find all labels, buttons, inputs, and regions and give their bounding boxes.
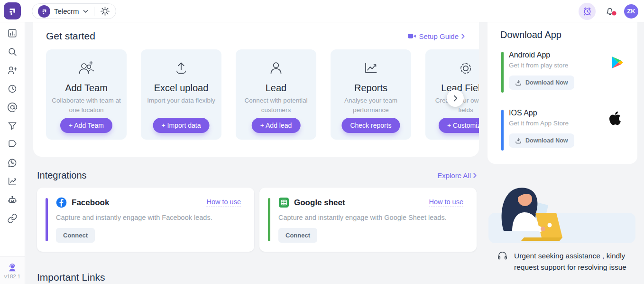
gear-icon <box>456 59 476 78</box>
mention-icon <box>7 102 18 113</box>
upload-icon <box>171 59 191 78</box>
support-agent-icon <box>7 262 18 273</box>
chevron-right-icon <box>473 173 477 178</box>
search-icon <box>7 47 18 57</box>
sidebar-item-history[interactable] <box>7 83 18 94</box>
facebook-integration-card: Facebook How to use Capture and instantl… <box>37 188 254 252</box>
sidebar-item-whatsapp[interactable] <box>7 157 18 168</box>
download-icon <box>515 79 522 86</box>
topbar: Telecrm ZK <box>0 0 644 22</box>
team-icon <box>76 59 96 78</box>
ios-download-button[interactable]: Download Now <box>509 133 574 148</box>
apple-icon <box>606 108 624 129</box>
facebook-connect-button[interactable]: Connect <box>56 228 95 243</box>
sidebar-item-links[interactable] <box>7 213 18 224</box>
support-agent-button[interactable] <box>7 262 18 273</box>
sidebar-item-dashboard[interactable] <box>7 28 18 38</box>
chevron-right-icon <box>453 95 458 102</box>
get-started-cards: Add Team Collaborate with team at one lo… <box>33 49 479 140</box>
import-data-button[interactable]: + Import data <box>153 118 210 133</box>
card-add-team: Add Team Collaborate with team at one lo… <box>46 49 127 140</box>
google-play-icon <box>610 55 625 70</box>
google-sheet-connect-button[interactable]: Connect <box>278 228 317 243</box>
explore-all-link[interactable]: Explore All <box>437 171 477 180</box>
android-download-button[interactable]: Download Now <box>509 76 574 90</box>
alarm-clock-icon <box>582 6 592 16</box>
card-title: Excel upload <box>141 83 221 94</box>
card-description: Import your data flexibly <box>147 96 216 105</box>
line-chart-icon <box>361 59 381 78</box>
check-reports-button[interactable]: Check reports <box>341 118 400 133</box>
card-title: Lead <box>236 83 316 94</box>
sidebar-item-reports[interactable] <box>7 176 18 187</box>
sidebar: v182.1 <box>0 22 25 284</box>
workspace-switcher[interactable]: Telecrm <box>32 3 116 19</box>
important-links-title: Important Links <box>37 272 105 283</box>
android-app-row: Android App Get it from play store Downl… <box>501 51 628 94</box>
add-team-button[interactable]: + Add Team <box>60 118 112 133</box>
sidebar-item-search[interactable] <box>7 46 18 57</box>
setup-guide-link[interactable]: Setup Guide <box>407 32 465 40</box>
dashboard-icon <box>7 28 18 38</box>
notifications-button[interactable] <box>604 5 616 18</box>
workspace-logo-icon <box>38 5 50 18</box>
settings-gear-icon[interactable] <box>100 6 110 16</box>
sidebar-item-automation[interactable] <box>7 194 18 205</box>
telecrm-dashboard: Telecrm ZK <box>0 0 644 284</box>
support-illustration <box>488 175 638 244</box>
download-icon <box>515 137 522 144</box>
topbar-actions: ZK <box>579 0 638 22</box>
integration-cards: Facebook How to use Capture and instantl… <box>37 188 477 252</box>
card-excel-upload: Excel upload Import your data flexibly +… <box>141 49 221 140</box>
app-version: v182.1 <box>4 274 21 279</box>
sidebar-item-mentions[interactable] <box>7 102 18 113</box>
card-title: Add Team <box>46 83 127 94</box>
google-sheet-integration-card: Google sheet How to use Capture and inst… <box>259 188 477 252</box>
customize-button[interactable]: + Customize <box>439 118 479 133</box>
sidebar-item-filter[interactable] <box>7 120 18 131</box>
add-user-icon <box>7 65 18 76</box>
how-to-use-link[interactable]: How to use <box>429 198 463 207</box>
add-lead-button[interactable]: + Add lead <box>252 118 301 133</box>
download-app-panel: Download App Android App Get it from pla… <box>488 22 637 164</box>
person-icon <box>266 59 286 78</box>
carousel-next-button[interactable] <box>447 90 464 107</box>
card-description: Analyse your team performance <box>336 96 405 114</box>
card-description: Connect with potential customers <box>241 96 311 114</box>
google-sheets-icon <box>278 197 289 208</box>
card-title: Reports <box>331 83 411 94</box>
accent-bar <box>46 198 48 241</box>
links-icon <box>7 213 18 224</box>
history-clock-icon <box>7 84 18 94</box>
whatsapp-icon <box>7 158 18 168</box>
trends-icon <box>7 176 18 187</box>
support-chat-widget[interactable]: Urgent seeking assistance , kindly reque… <box>488 175 638 273</box>
telecrm-logo <box>4 2 21 19</box>
ios-app-row: IOS App Get it from App Store Download N… <box>501 109 628 151</box>
bot-icon <box>7 195 18 205</box>
sidebar-item-add-user[interactable] <box>7 65 18 76</box>
chevron-down-icon <box>83 9 88 13</box>
sidebar-footer: v182.1 <box>0 256 25 284</box>
tag-icon <box>7 139 18 150</box>
integration-name: Google sheet <box>294 198 345 208</box>
integrations-header: Integrations Explore All <box>37 170 477 181</box>
how-to-use-link[interactable]: How to use <box>206 198 241 207</box>
alarm-reminder-button[interactable] <box>579 3 596 20</box>
integrations-title: Integrations <box>37 170 87 181</box>
accent-bar <box>268 198 270 241</box>
get-started-panel: Get started Setup Guide Add Team Collabo… <box>33 22 479 157</box>
accent-bar <box>501 110 504 151</box>
headphones-icon <box>497 250 508 261</box>
user-avatar[interactable]: ZK <box>624 4 638 19</box>
telecrm-logo-glyph <box>7 6 18 16</box>
filter-icon <box>7 121 18 131</box>
facebook-icon <box>56 197 67 208</box>
card-reports: Reports Analyse your team performance Ch… <box>331 49 411 140</box>
notification-badge <box>612 11 616 16</box>
sidebar-item-tags[interactable] <box>7 139 18 150</box>
workspace-name: Telecrm <box>54 7 79 15</box>
integration-description: Capture and instantly engage with Google… <box>278 214 463 221</box>
accent-bar <box>501 52 504 93</box>
integration-name: Facebook <box>72 198 109 208</box>
